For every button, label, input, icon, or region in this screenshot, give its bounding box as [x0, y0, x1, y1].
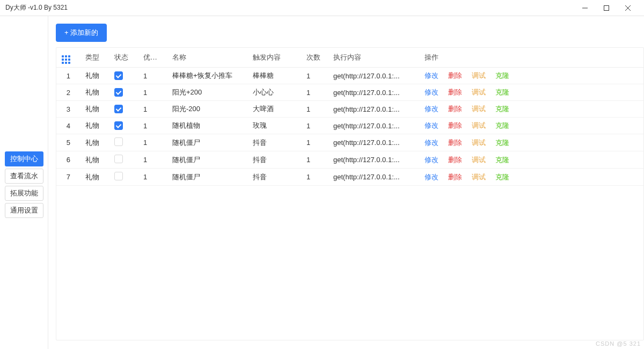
cell-index: 7 [56, 169, 81, 186]
status-checkbox[interactable] [114, 155, 123, 163]
action-debug[interactable]: 调试 [472, 138, 486, 148]
table-row: 7礼物1随机僵尸抖音1get(http://127.0.0.1:...修改删除调… [56, 169, 643, 186]
action-delete[interactable]: 删除 [448, 121, 462, 130]
grid-icon [62, 55, 70, 64]
cell-type: 礼物 [81, 101, 110, 118]
cell-name: 随机僵尸 [168, 151, 248, 169]
status-checkbox[interactable] [114, 137, 123, 146]
sidebar-item-0[interactable]: 控制中心 [5, 151, 43, 166]
action-debug[interactable]: 调试 [472, 121, 486, 130]
col-status[interactable]: 状态 [110, 48, 139, 68]
action-edit[interactable]: 修改 [425, 155, 438, 165]
table-row: 1礼物1棒棒糖+恢复小推车棒棒糖1get(http://127.0.0.1:..… [56, 68, 643, 84]
sidebar-item-2[interactable]: 拓展功能 [5, 186, 43, 201]
col-grid[interactable] [56, 48, 81, 68]
action-edit[interactable]: 修改 [425, 104, 438, 114]
cell-status [110, 118, 139, 134]
col-exec[interactable]: 执行内容 [329, 48, 420, 68]
action-delete[interactable]: 删除 [448, 88, 462, 97]
action-debug[interactable]: 调试 [472, 104, 486, 114]
cell-type: 礼物 [81, 68, 110, 84]
cell-priority: 1 [139, 169, 168, 186]
action-edit[interactable]: 修改 [425, 172, 438, 182]
cell-index: 1 [56, 68, 81, 84]
table-row: 6礼物1随机僵尸抖音1get(http://127.0.0.1:...修改删除调… [56, 151, 643, 169]
sidebar-item-1[interactable]: 查看流水 [5, 169, 43, 184]
cell-index: 3 [56, 101, 81, 118]
action-clone[interactable]: 克隆 [495, 121, 509, 130]
cell-actions: 修改删除调试克隆 [420, 84, 643, 101]
action-edit[interactable]: 修改 [425, 138, 438, 148]
minimize-button[interactable] [574, 0, 596, 16]
cell-index: 2 [56, 84, 81, 101]
cell-priority: 1 [139, 101, 168, 118]
table-header-row: 类型 状态 优先级 名称 触发内容 次数 执行内容 操作 [56, 48, 643, 68]
cell-trigger: 抖音 [248, 134, 302, 151]
action-clone[interactable]: 克隆 [495, 155, 509, 165]
sidebar-item-3[interactable]: 通用设置 [5, 203, 43, 218]
cell-trigger: 大啤酒 [248, 101, 302, 118]
action-clone[interactable]: 克隆 [495, 172, 509, 182]
status-checkbox[interactable] [114, 105, 123, 113]
cell-status [110, 151, 139, 169]
status-checkbox[interactable] [114, 172, 123, 180]
col-name[interactable]: 名称 [168, 48, 248, 68]
action-clone[interactable]: 克隆 [495, 104, 509, 114]
col-trigger[interactable]: 触发内容 [248, 48, 302, 68]
action-edit[interactable]: 修改 [425, 88, 438, 97]
action-edit[interactable]: 修改 [425, 121, 438, 130]
cell-priority: 1 [139, 68, 168, 84]
cell-trigger: 玫瑰 [248, 118, 302, 134]
status-checkbox[interactable] [114, 121, 123, 130]
cell-count: 1 [302, 101, 329, 118]
cell-actions: 修改删除调试克隆 [420, 134, 643, 151]
maximize-button[interactable] [596, 0, 617, 16]
action-delete[interactable]: 删除 [448, 155, 462, 165]
action-delete[interactable]: 删除 [448, 71, 462, 81]
action-debug[interactable]: 调试 [472, 155, 486, 165]
table-row: 3礼物1阳光-200大啤酒1get(http://127.0.0.1:...修改… [56, 101, 643, 118]
cell-actions: 修改删除调试克隆 [420, 118, 643, 134]
cell-name: 阳光+200 [168, 84, 248, 101]
action-clone[interactable]: 克隆 [495, 71, 509, 81]
main-panel: + 添加新的 类型 状态 优先级 名称 触发内容 次数 执行内容 [48, 16, 644, 349]
action-debug[interactable]: 调试 [472, 88, 486, 97]
table-row: 5礼物1随机僵尸抖音1get(http://127.0.0.1:...修改删除调… [56, 134, 643, 151]
action-delete[interactable]: 删除 [448, 138, 462, 148]
cell-exec: get(http://127.0.0.1:... [329, 68, 420, 84]
action-delete[interactable]: 删除 [448, 104, 462, 114]
col-priority[interactable]: 优先级 [139, 48, 168, 68]
cell-exec: get(http://127.0.0.1:... [329, 134, 420, 151]
add-button[interactable]: + 添加新的 [56, 24, 107, 42]
table-container: 类型 状态 优先级 名称 触发内容 次数 执行内容 操作 1礼物1棒棒糖+恢复小… [56, 47, 644, 340]
table-row: 2礼物1阳光+200小心心1get(http://127.0.0.1:...修改… [56, 84, 643, 101]
action-debug[interactable]: 调试 [472, 71, 486, 81]
cell-status [110, 101, 139, 118]
cell-status [110, 84, 139, 101]
cell-type: 礼物 [81, 84, 110, 101]
titlebar: Dy大师 -v1.0 By 5321 [0, 0, 644, 16]
cell-exec: get(http://127.0.0.1:... [329, 169, 420, 186]
action-clone[interactable]: 克隆 [495, 138, 509, 148]
status-checkbox[interactable] [114, 71, 123, 80]
action-debug[interactable]: 调试 [472, 172, 486, 182]
cell-status [110, 134, 139, 151]
cell-count: 1 [302, 68, 329, 84]
table-row: 4礼物1随机植物玫瑰1get(http://127.0.0.1:...修改删除调… [56, 118, 643, 134]
cell-name: 阳光-200 [168, 101, 248, 118]
cell-count: 1 [302, 134, 329, 151]
col-type[interactable]: 类型 [81, 48, 110, 68]
action-delete[interactable]: 删除 [448, 172, 462, 182]
action-edit[interactable]: 修改 [425, 71, 438, 81]
cell-exec: get(http://127.0.0.1:... [329, 84, 420, 101]
minimize-icon [582, 5, 588, 11]
cell-count: 1 [302, 151, 329, 169]
cell-actions: 修改删除调试克隆 [420, 151, 643, 169]
close-button[interactable] [617, 0, 639, 16]
cell-actions: 修改删除调试克隆 [420, 101, 643, 118]
col-count[interactable]: 次数 [302, 48, 329, 68]
action-clone[interactable]: 克隆 [495, 88, 509, 97]
cell-exec: get(http://127.0.0.1:... [329, 101, 420, 118]
status-checkbox[interactable] [114, 88, 123, 97]
cell-count: 1 [302, 84, 329, 101]
